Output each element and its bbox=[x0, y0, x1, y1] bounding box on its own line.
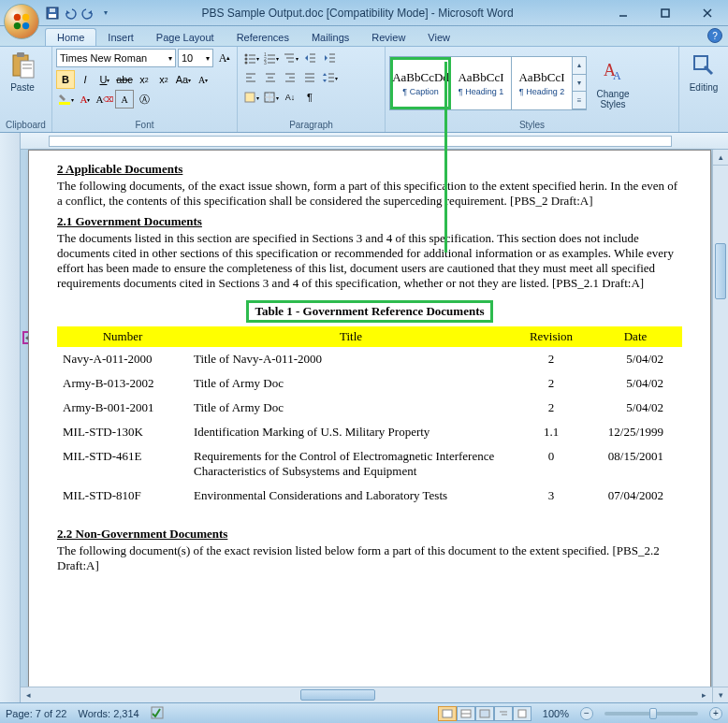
table-row: Army-B-001-2001Title of Army Doc25/04/02 bbox=[57, 396, 682, 420]
undo-icon[interactable] bbox=[63, 6, 78, 21]
window-controls bbox=[602, 3, 728, 23]
show-marks-button[interactable]: ¶ bbox=[300, 88, 319, 107]
grow-font-icon[interactable]: A▴ bbox=[215, 49, 234, 67]
font-name-combo[interactable]: Times New Roman▾ bbox=[56, 49, 176, 67]
style-heading1[interactable]: AaBbCcI¶ Heading 1 bbox=[451, 57, 512, 109]
align-left-button[interactable] bbox=[241, 68, 260, 87]
status-words[interactable]: Words: 2,314 bbox=[78, 708, 138, 719]
editing-button[interactable]: Editing bbox=[683, 49, 724, 94]
para-2: The following documents, of the exact is… bbox=[57, 179, 682, 209]
decrease-indent-button[interactable] bbox=[300, 49, 319, 67]
tab-view[interactable]: View bbox=[416, 29, 461, 46]
line-spacing-button[interactable]: ▾ bbox=[320, 68, 339, 87]
paste-button[interactable]: Paste bbox=[4, 49, 41, 94]
table-row: MIL-STD-461ERequirements for the Control… bbox=[57, 444, 682, 484]
zoom-slider[interactable] bbox=[604, 712, 698, 716]
highlight-button[interactable]: ▾ bbox=[56, 90, 75, 108]
borders-button[interactable]: ▾ bbox=[261, 88, 280, 107]
change-styles-button[interactable]: AA Change Styles bbox=[590, 55, 635, 111]
status-bar: Page: 7 of 22 Words: 2,314 100% − + bbox=[0, 702, 728, 723]
align-center-button[interactable] bbox=[261, 68, 280, 87]
group-label-paragraph: Paragraph bbox=[241, 118, 381, 132]
italic-button[interactable]: I bbox=[76, 70, 95, 89]
svg-rect-12 bbox=[17, 52, 24, 57]
tab-home[interactable]: Home bbox=[45, 28, 96, 46]
change-case-button[interactable]: Aa▾ bbox=[174, 70, 193, 89]
subscript-button[interactable]: x2 bbox=[135, 70, 153, 89]
qat-more-icon[interactable]: ▾ bbox=[98, 6, 113, 21]
style-heading2[interactable]: AaBbCcI¶ Heading 2 bbox=[512, 57, 573, 109]
hscroll-thumb[interactable] bbox=[300, 689, 375, 701]
zoom-thumb[interactable] bbox=[649, 708, 657, 719]
svg-point-1 bbox=[22, 14, 29, 21]
font-color-button[interactable]: A▾ bbox=[76, 90, 95, 108]
scroll-down-icon[interactable]: ▾ bbox=[713, 687, 728, 702]
document-page[interactable]: 2 Applicable Documents The following doc… bbox=[28, 150, 711, 702]
underline-button[interactable]: U▾ bbox=[95, 70, 114, 89]
group-font: Times New Roman▾ 10▾ A▴ B I U▾ abc x2 x2… bbox=[52, 47, 238, 132]
outline-view[interactable] bbox=[494, 706, 513, 721]
redo-icon[interactable] bbox=[80, 6, 95, 21]
status-page[interactable]: Page: 7 of 22 bbox=[6, 708, 66, 719]
paste-icon bbox=[7, 51, 37, 80]
print-layout-view[interactable] bbox=[438, 706, 457, 721]
char-border-button[interactable]: A bbox=[115, 90, 134, 108]
tab-page-layout[interactable]: Page Layout bbox=[145, 29, 226, 46]
shrink-font-icon[interactable]: A▾ bbox=[194, 70, 212, 89]
sort-button[interactable]: A↓ bbox=[281, 88, 299, 107]
strike-button[interactable]: abc bbox=[115, 70, 134, 89]
para-2-1: The documents listed in this section are… bbox=[57, 231, 682, 291]
vertical-ruler[interactable] bbox=[0, 133, 21, 702]
svg-point-0 bbox=[14, 14, 21, 21]
table-header-row: Number Title Revision Date bbox=[57, 326, 682, 347]
font-size-combo[interactable]: 10▾ bbox=[178, 49, 213, 67]
group-label-clipboard: Clipboard bbox=[4, 118, 48, 132]
save-icon[interactable] bbox=[45, 6, 60, 21]
styles-gallery[interactable]: AaBbCcDd¶ Caption AaBbCcI¶ Heading 1 AaB… bbox=[389, 56, 587, 110]
vertical-scrollbar[interactable]: ▴ ▾ bbox=[712, 150, 728, 702]
phonetic-button[interactable]: Ⓐ bbox=[135, 90, 153, 108]
zoom-out-button[interactable]: − bbox=[580, 707, 593, 720]
gallery-down-icon[interactable]: ▾ bbox=[573, 75, 586, 93]
vscroll-thumb[interactable] bbox=[715, 243, 726, 299]
office-button[interactable] bbox=[4, 4, 39, 39]
tab-review[interactable]: Review bbox=[360, 29, 416, 46]
tab-mailings[interactable]: Mailings bbox=[300, 29, 360, 46]
gallery-more-icon[interactable]: ≡ bbox=[573, 92, 586, 109]
increase-indent-button[interactable] bbox=[320, 49, 339, 67]
style-caption[interactable]: AaBbCcDd¶ Caption bbox=[390, 57, 451, 109]
shading-button[interactable]: ▾ bbox=[241, 88, 260, 107]
scroll-right-icon[interactable]: ▸ bbox=[696, 687, 712, 702]
ribbon-tabs: Home Insert Page Layout References Maili… bbox=[0, 26, 728, 47]
horizontal-scrollbar[interactable]: ◂ ▸ bbox=[21, 687, 712, 702]
horizontal-ruler[interactable] bbox=[21, 133, 728, 150]
help-button[interactable]: ? bbox=[707, 28, 722, 43]
scroll-up-icon[interactable]: ▴ bbox=[713, 150, 728, 166]
table-row: MIL-STD-810FEnvironmental Considerations… bbox=[57, 484, 682, 508]
zoom-level[interactable]: 100% bbox=[543, 708, 569, 719]
zoom-in-button[interactable]: + bbox=[709, 707, 722, 720]
svg-text:A: A bbox=[613, 69, 621, 82]
bold-button[interactable]: B bbox=[56, 70, 75, 89]
multilevel-button[interactable]: ▾ bbox=[281, 49, 299, 67]
minimize-button[interactable] bbox=[602, 3, 644, 23]
superscript-button[interactable]: x2 bbox=[154, 70, 173, 89]
tab-references[interactable]: References bbox=[226, 29, 300, 46]
justify-button[interactable] bbox=[300, 68, 319, 87]
svg-point-21 bbox=[244, 62, 247, 65]
clear-format-button[interactable]: A⌫ bbox=[95, 90, 114, 108]
web-layout-view[interactable] bbox=[475, 706, 494, 721]
gallery-up-icon[interactable]: ▴ bbox=[573, 57, 586, 75]
scroll-left-icon[interactable]: ◂ bbox=[21, 687, 36, 702]
close-button[interactable] bbox=[686, 3, 728, 23]
annotation-connector bbox=[444, 62, 447, 253]
svg-rect-53 bbox=[245, 93, 255, 102]
maximize-button[interactable] bbox=[644, 3, 686, 23]
tab-insert[interactable]: Insert bbox=[96, 29, 145, 46]
bullets-button[interactable]: ▾ bbox=[241, 49, 260, 67]
numbering-button[interactable]: 123▾ bbox=[261, 49, 280, 67]
draft-view[interactable] bbox=[513, 706, 531, 721]
spellcheck-icon[interactable] bbox=[151, 706, 166, 721]
full-screen-view[interactable] bbox=[457, 706, 475, 721]
align-right-button[interactable] bbox=[281, 68, 299, 87]
